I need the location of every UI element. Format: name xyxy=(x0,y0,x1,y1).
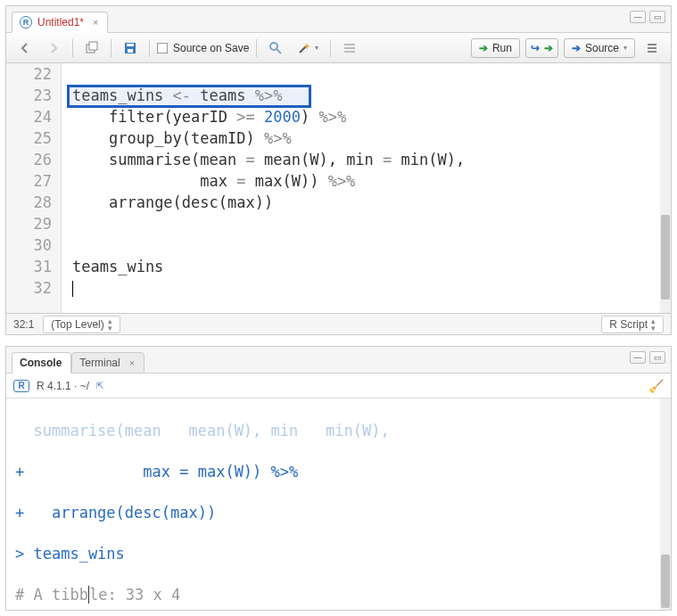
source-button[interactable]: ➔ Source ▾ xyxy=(564,38,635,58)
console-line: summarise(mean mean(W), min min(W), xyxy=(15,421,662,441)
console-line: + max = max(W)) %>% xyxy=(15,462,662,482)
outline-toggle-button[interactable] xyxy=(640,39,664,57)
maximize-pane-button[interactable]: ▭ xyxy=(649,351,665,364)
wand-icon xyxy=(297,41,311,55)
search-icon xyxy=(268,41,283,55)
code-editor[interactable]: 2223242526272829303132 teams_wins <- tea… xyxy=(6,63,671,313)
editor-window-controls: — ▭ xyxy=(630,11,665,23)
console-window-controls: — ▭ xyxy=(630,351,665,364)
close-icon[interactable]: × xyxy=(93,17,98,28)
svg-rect-1 xyxy=(89,42,97,50)
editor-scrollbar[interactable] xyxy=(660,63,671,313)
wd-popout-icon[interactable]: ⇱ xyxy=(96,381,103,390)
tab-console[interactable]: Console xyxy=(12,352,71,374)
maximize-pane-button[interactable]: ▭ xyxy=(649,11,665,23)
find-button[interactable] xyxy=(264,39,287,57)
r-logo-icon: R xyxy=(13,380,29,392)
r-file-icon: R xyxy=(20,16,32,29)
minimize-pane-button[interactable]: — xyxy=(630,351,646,364)
editor-tab-untitled[interactable]: R Untitled1* × xyxy=(12,12,108,33)
console-scrollbar[interactable] xyxy=(660,398,671,610)
language-selector[interactable]: R Script ▴▾ xyxy=(601,316,664,333)
code-line: max = max(W)) %>% xyxy=(72,170,671,192)
editor-pane: R Untitled1* × — ▭ Source on Save xyxy=(5,5,672,335)
code-area[interactable]: teams_wins <- teams %>% filter(yearID >=… xyxy=(62,63,671,313)
editor-status-bar: 32:1 (Top Level) ▴▾ R Script ▴▾ xyxy=(6,313,671,334)
line-gutter: 2223242526272829303132 xyxy=(6,63,62,313)
editor-toolbar: Source on Save ▾ ➔ Run ↪ ➔ ➔ Source ▾ xyxy=(6,33,671,63)
updown-icon: ▴▾ xyxy=(651,317,656,332)
console-output[interactable]: summarise(mean mean(W), min min(W), + ma… xyxy=(6,398,671,610)
language-label: R Script xyxy=(609,318,648,331)
svg-rect-4 xyxy=(128,49,133,53)
rerun-left-icon: ↪ xyxy=(531,42,540,54)
arrow-left-icon xyxy=(18,41,32,55)
console-line: + arrange(desc(max)) xyxy=(15,503,662,523)
scope-label: (Top Level) xyxy=(51,318,103,331)
code-line xyxy=(72,277,671,299)
code-line: teams_wins <- teams %>% xyxy=(72,85,671,106)
r-version-label: R 4.1.1 · ~/ xyxy=(37,380,89,392)
tab-console-label: Console xyxy=(20,357,62,369)
outline-icon xyxy=(343,41,357,55)
clear-console-button[interactable]: 🧹 xyxy=(648,379,664,393)
scope-selector[interactable]: (Top Level) ▴▾ xyxy=(43,316,120,333)
svg-rect-3 xyxy=(127,44,134,46)
source-on-save-label: Source on Save xyxy=(173,42,249,54)
list-icon xyxy=(645,41,659,55)
source-icon: ➔ xyxy=(572,42,581,54)
rerun-right-icon: ➔ xyxy=(544,42,553,54)
tab-terminal-label: Terminal xyxy=(79,357,120,369)
console-tab-row: Console Terminal × — ▭ xyxy=(6,347,671,374)
editor-tab-row: R Untitled1* × — ▭ xyxy=(6,6,671,33)
console-info-bar: R R 4.1.1 · ~/ ⇱ 🧹 xyxy=(6,374,671,398)
arrow-right-icon xyxy=(46,41,61,55)
code-line xyxy=(72,213,671,234)
console-line: # A tibble: 33 x 4 xyxy=(15,585,662,605)
editor-tab-title: Untitled1* xyxy=(37,16,84,29)
svg-line-6 xyxy=(277,49,281,53)
rerun-button[interactable]: ↪ ➔ xyxy=(525,38,558,58)
run-button[interactable]: ➔ Run xyxy=(471,38,520,58)
wand-button[interactable]: ▾ xyxy=(293,39,323,57)
run-label: Run xyxy=(492,42,512,54)
code-line xyxy=(72,234,671,256)
code-line: summarise(mean = mean(W), min = min(W), xyxy=(72,149,671,170)
source-on-save-checkbox[interactable] xyxy=(157,43,168,53)
show-in-new-window-button[interactable] xyxy=(80,39,103,57)
back-button[interactable] xyxy=(13,39,37,57)
svg-point-5 xyxy=(270,43,277,50)
code-line: filter(yearID >= 2000) %>% xyxy=(72,106,671,127)
cursor-position: 32:1 xyxy=(13,318,34,331)
save-icon xyxy=(123,41,137,55)
minimize-pane-button[interactable]: — xyxy=(630,11,646,23)
console-line: > teams_wins xyxy=(15,544,662,564)
code-line: teams_wins xyxy=(72,256,671,277)
popout-icon xyxy=(85,41,99,55)
code-line: group_by(teamID) %>% xyxy=(72,127,671,149)
save-button[interactable] xyxy=(119,39,142,57)
run-icon: ➔ xyxy=(479,42,488,54)
tab-terminal[interactable]: Terminal × xyxy=(71,352,144,374)
console-pane: Console Terminal × — ▭ R R 4.1.1 · ~/ ⇱ … xyxy=(5,346,672,611)
source-label: Source xyxy=(585,42,619,54)
code-line xyxy=(72,63,671,85)
forward-button[interactable] xyxy=(42,39,65,57)
updown-icon: ▴▾ xyxy=(108,317,112,332)
close-icon[interactable]: × xyxy=(129,357,135,368)
code-line: arrange(desc(max)) xyxy=(72,192,671,213)
outline-button[interactable] xyxy=(338,39,361,57)
